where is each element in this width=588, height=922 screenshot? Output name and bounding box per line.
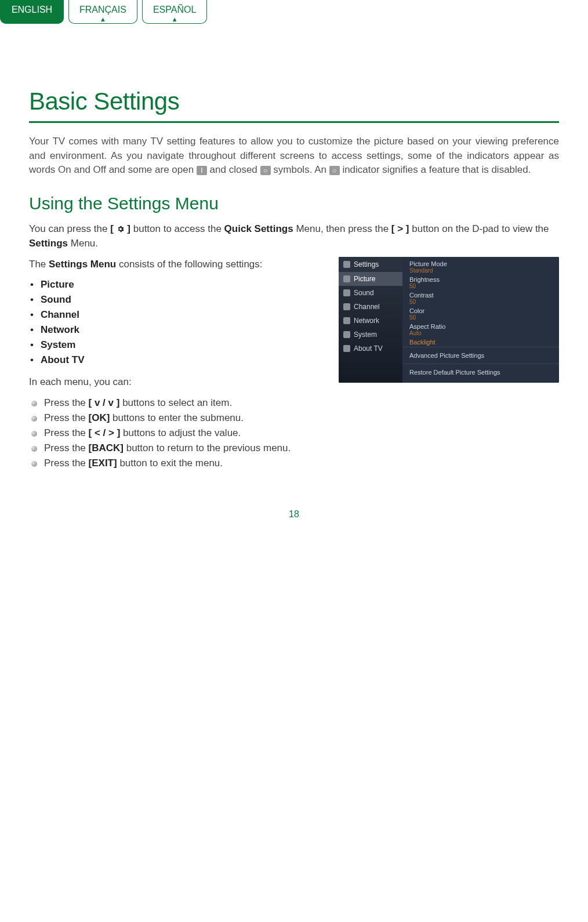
tab-espanol[interactable]: ESPAÑOL ▲ — [142, 0, 207, 24]
tab-francais[interactable]: FRANÇAIS ▲ — [68, 0, 137, 24]
section-heading: Using the Settings Menu — [29, 194, 559, 213]
action-list-item: Press the [EXIT] button to exit the menu… — [29, 456, 321, 471]
language-tabs: ENGLISH ▲ FRANÇAIS ▲ ESPAÑOL ▲ — [0, 0, 588, 24]
menu-icon — [343, 331, 350, 338]
tv-sidebar-item: Network — [339, 314, 402, 328]
action-list-item: Press the [ < / > ] buttons to adjust th… — [29, 426, 321, 441]
settings-menu-sentence: The Settings Menu consists of the follow… — [29, 257, 321, 272]
settings-list-item: Network — [29, 322, 321, 337]
settings-list-item: Channel — [29, 307, 321, 322]
toggle-closed-icon: ○ — [260, 166, 271, 175]
tv-settings-screenshot: Settings PictureSoundChannelNetworkSyste… — [339, 257, 559, 383]
tab-english[interactable]: ENGLISH ▲ — [0, 0, 64, 24]
tv-sidebar-item: About TV — [339, 342, 402, 355]
tv-setting-row: Backlight — [402, 337, 559, 347]
settings-list-item: System — [29, 337, 321, 353]
action-list-item: Press the [OK] buttons to enter the subm… — [29, 411, 321, 426]
tv-menu-row: Advanced Picture Settings — [402, 347, 559, 364]
tv-sidebar-item: Sound — [339, 286, 402, 300]
tab-label: ENGLISH — [12, 5, 52, 14]
toggle-open-icon: I — [197, 166, 207, 175]
menu-icon — [343, 275, 350, 282]
tv-sidebar-item: Picture — [339, 272, 402, 286]
action-list-item: Press the [ v / v ] buttons to select an… — [29, 395, 321, 411]
page-number: 18 — [0, 498, 588, 537]
instruction-paragraph: You can press the [ ] button to access t… — [29, 222, 559, 251]
menu-icon — [343, 303, 350, 310]
menu-actions-intro: In each menu, you can: — [29, 375, 321, 390]
settings-list-item: Picture — [29, 277, 321, 292]
divider — [29, 121, 559, 123]
tv-setting-row: Brightness50 — [402, 275, 559, 291]
intro-paragraph: Your TV comes with many TV setting featu… — [29, 135, 559, 177]
tab-label: ESPAÑOL — [153, 5, 196, 14]
tv-sidebar-item: System — [339, 328, 402, 342]
tv-setting-row: Aspect RatioAuto — [402, 322, 559, 337]
tv-setting-row: Contrast50 — [402, 291, 559, 306]
menu-icon — [343, 317, 350, 324]
toggle-disabled-icon: ○ — [329, 166, 340, 175]
tv-setting-row: Color50 — [402, 306, 559, 322]
menu-icon — [343, 289, 350, 296]
tv-menu-row: Restore Default Picture Settings — [402, 364, 559, 380]
gear-icon — [343, 261, 350, 268]
chevron-down-icon: ▲ — [79, 16, 126, 22]
settings-list-item: About TV — [29, 353, 321, 368]
menu-icon — [343, 345, 350, 352]
tv-menu-title: Settings — [339, 257, 402, 272]
settings-list-item: Sound — [29, 292, 321, 307]
gear-icon — [117, 223, 125, 231]
tv-setting-row: Picture ModeStandard — [402, 259, 559, 275]
actions-list: Press the [ v / v ] buttons to select an… — [29, 395, 321, 471]
settings-list: PictureSoundChannelNetworkSystemAbout TV — [29, 277, 321, 368]
tab-label: FRANÇAIS — [79, 5, 126, 14]
tv-menu-panel: Picture ModeStandardBrightness50Contrast… — [402, 257, 559, 383]
tv-menu-sidebar: Settings PictureSoundChannelNetworkSyste… — [339, 257, 402, 383]
action-list-item: Press the [BACK] button to return to the… — [29, 441, 321, 456]
tv-sidebar-item: Channel — [339, 300, 402, 314]
page-title: Basic Settings — [29, 88, 559, 115]
page-content: Basic Settings Your TV comes with many T… — [0, 24, 588, 498]
chevron-down-icon: ▲ — [153, 16, 196, 22]
